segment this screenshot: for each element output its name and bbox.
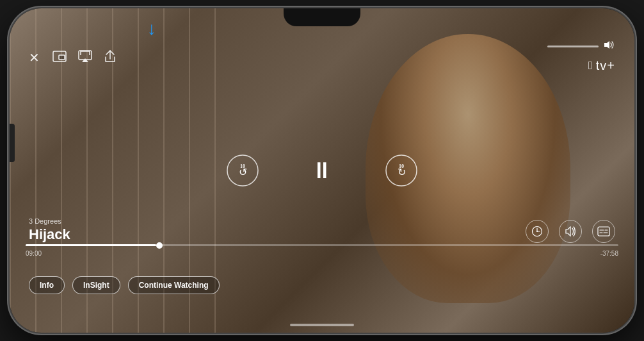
airplay-arrow-indicator: ↓ [147,20,156,38]
bottom-pill-buttons: Info InSight Continue Watching [29,276,220,294]
time-remaining: -37:58 [600,250,618,257]
close-button[interactable]: ✕ [29,50,40,65]
svg-marker-3 [82,58,88,62]
progress-thumb[interactable] [156,242,163,249]
svg-rect-1 [59,55,65,60]
time-elapsed: 09:00 [26,250,42,257]
svg-rect-16 [598,227,609,236]
show-subtitle: 3 Degrees [29,217,70,225]
svg-text:↺: ↺ [239,167,247,178]
forward-10-button[interactable]: 10 ↻ [385,154,418,187]
phone-notch [284,8,360,26]
share-button[interactable] [104,49,117,66]
info-pill-button[interactable]: Info [29,276,65,294]
airplay-button[interactable] [78,50,92,65]
playback-speed-button[interactable] [526,220,549,243]
insight-pill-button[interactable]: InSight [72,276,120,294]
home-indicator [290,324,354,326]
top-controls-bar: ✕ [10,40,634,74]
svg-point-15 [536,231,538,232]
volume-icon [604,40,615,52]
apple-tv-logo:  tv+ [547,40,615,74]
pip-button[interactable] [52,51,67,65]
progress-track[interactable] [26,244,618,246]
progress-bar-container: 09:00 -37:58 [26,244,618,257]
title-overlay: 3 Degrees Hijack [29,217,70,243]
pause-button[interactable]: ⏸ [310,159,334,182]
continue-watching-pill-button[interactable]: Continue Watching [128,276,220,294]
phone-frame: ↓ ✕ [8,7,636,334]
side-camera [10,124,15,162]
svg-text:↻: ↻ [398,167,406,178]
rewind-10-button[interactable]: 10 ↺ [226,154,259,187]
show-title: Hijack [29,226,70,243]
audio-button[interactable] [559,220,582,243]
svg-marker-5 [604,41,609,49]
right-side-controls [526,220,615,243]
volume-bar [547,46,599,47]
apple-tv-text:  tv+ [588,54,615,74]
time-display: 09:00 -37:58 [26,250,618,257]
center-playback-controls: 10 ↺ ⏸ 10 ↻ [226,154,418,187]
subtitles-button[interactable] [592,220,615,243]
progress-fill [26,244,156,246]
